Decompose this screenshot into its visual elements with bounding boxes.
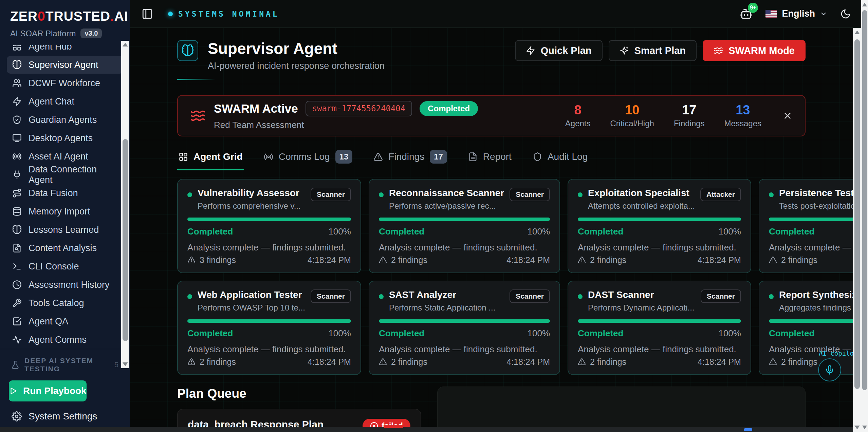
sidebar-item-assessment-history[interactable]: Assessment History <box>7 276 123 294</box>
page-title: Supervisor Agent <box>208 40 385 57</box>
brain-icon <box>12 225 22 234</box>
agent-card-web-application-tester[interactable]: Web Application Tester Performs OWASP To… <box>177 281 361 375</box>
sidebar-item-agent-hub[interactable]: Agent Hub <box>7 45 123 55</box>
sidebar-item-agent-qa[interactable]: Agent QA <box>7 313 123 330</box>
alert-triangle-icon <box>187 358 196 366</box>
agent-role-badge: Scanner <box>311 188 351 201</box>
ai-copilot-mic-button[interactable] <box>818 358 841 381</box>
tab-label: Agent Grid <box>193 151 243 162</box>
sidebar-section-deep-ai-testing[interactable]: DEEP AI SYSTEM TESTING 5 <box>0 349 130 375</box>
cutoff-blue-element <box>744 428 752 431</box>
sidebar-item-content-analysis[interactable]: Content Analysis <box>7 239 123 257</box>
sidebar-bottom: DEEP AI SYSTEM TESTING 5 Run Playbook Sy… <box>0 349 130 432</box>
page-scrollbar[interactable] <box>861 0 868 432</box>
sidebar-scrollbar[interactable] <box>121 41 129 368</box>
agent-progress-bar <box>187 218 351 221</box>
sidebar-item-lessons-learned[interactable]: Lessons Learned <box>7 221 123 239</box>
agent-card-persistence-tester[interactable]: Persistence Tester Tests post-exploitati… <box>759 179 868 273</box>
sidebar-item-data-connection-agent[interactable]: Data Connection Agent <box>7 166 123 184</box>
tab-label: Audit Log <box>548 151 588 162</box>
run-playbook-button[interactable]: Run Playbook <box>9 380 87 401</box>
mic-icon <box>825 365 835 375</box>
tab-report[interactable]: Report <box>467 145 513 170</box>
sidebar-item-desktop-agents[interactable]: Desktop Agents <box>7 129 123 147</box>
sidebar-item-label: Supervisor Agent <box>29 60 98 70</box>
sidebar-item-agent-comms[interactable]: Agent Comms <box>7 331 123 349</box>
agent-time: 4:18:24 PM <box>698 357 741 367</box>
notifications-button[interactable]: 9+ <box>740 7 753 20</box>
horizontal-scrollbar[interactable] <box>0 427 861 432</box>
sparkles-icon <box>620 46 629 55</box>
agent-time: 4:18:24 PM <box>506 357 550 367</box>
agent-progress-bar <box>379 218 550 221</box>
check-square-icon <box>12 317 22 326</box>
swarm-stat-findings: 17 Findings <box>674 103 705 128</box>
sidebar-item-dcwf-workforce[interactable]: DCWF Workforce <box>7 74 123 92</box>
cutoff-red-element <box>384 425 403 428</box>
agent-findings: 2 findings <box>200 357 236 367</box>
alert-triangle-icon <box>379 358 387 366</box>
sidebar-item-label: Agent Hub <box>29 45 72 52</box>
page-scrollbar-thumb[interactable] <box>862 10 867 390</box>
agent-description: Performs active/passive rec... <box>389 201 504 211</box>
agent-status-dot <box>379 192 384 197</box>
sidebar-item-data-fusion[interactable]: Data Fusion <box>7 184 123 202</box>
content-area: Supervisor Agent AI-powered incident res… <box>130 28 868 432</box>
agent-time: 4:18:24 PM <box>698 255 741 265</box>
agent-status-dot <box>769 192 774 197</box>
agent-card-sast-analyzer[interactable]: SAST Analyzer Performs Static Applicatio… <box>369 281 560 375</box>
sidebar-item-system-settings[interactable]: System Settings <box>0 405 130 429</box>
agent-name: Web Application Tester <box>198 289 305 300</box>
sidebar-item-tools-catalog[interactable]: Tools Catalog <box>7 294 123 312</box>
agent-progress-percent: 100% <box>328 328 351 339</box>
tab-comms-log[interactable]: Comms Log 13 <box>262 145 354 170</box>
agent-role-badge: Attacker <box>700 188 741 201</box>
sidebar-item-label: Content Analysis <box>29 243 97 253</box>
sidebar-toggle-icon[interactable] <box>142 8 153 20</box>
swarm-status-badge: Completed <box>420 101 478 116</box>
notification-badge: 9+ <box>748 3 758 13</box>
brand-wordmark: ZER0TRUSTED.AI <box>10 9 120 24</box>
language-selector[interactable]: English <box>765 8 827 19</box>
sidebar-scrollbar-thumb[interactable] <box>123 139 128 341</box>
sidebar-item-cli-console[interactable]: CLI Console <box>7 258 123 275</box>
sidebar-item-asset-ai-agent[interactable]: Asset AI Agent <box>7 148 123 165</box>
tab-findings[interactable]: Findings 17 <box>372 145 448 170</box>
sidebar-item-agent-chat[interactable]: Agent Chat <box>7 93 123 110</box>
agent-progress-percent: 100% <box>718 226 741 237</box>
agent-message: Analysis complete — findings submitted. <box>187 242 351 253</box>
agent-card-vulnerability-assessor[interactable]: Vulnerability Assessor Performs comprehe… <box>177 179 361 273</box>
agent-card-dast-scanner[interactable]: DAST Scanner Performs Dynamic Applicati.… <box>568 281 751 375</box>
agent-status-dot <box>769 294 774 299</box>
sidebar-item-memory-import[interactable]: Memory Import <box>7 203 123 220</box>
agent-card-exploitation-specialist[interactable]: Exploitation Specialist Attempts control… <box>568 179 751 273</box>
content-scrollbar[interactable] <box>853 28 861 432</box>
alert-triangle-icon <box>373 152 383 162</box>
sidebar-item-label: Data Fusion <box>29 188 78 199</box>
close-icon[interactable] <box>782 111 793 121</box>
tab-agent-grid[interactable]: Agent Grid <box>177 145 244 170</box>
agent-findings: 2 findings <box>781 357 817 367</box>
sidebar-item-label: Assessment History <box>29 280 110 290</box>
content-scrollbar-thumb[interactable] <box>854 39 860 389</box>
tab-label: Findings <box>388 151 424 162</box>
agent-card-report-synthesizer[interactable]: Report Synthesizer Aggregates findings i… <box>759 281 868 375</box>
dark-mode-toggle-icon[interactable] <box>840 8 851 19</box>
swarm-mode-button[interactable]: SWARM Mode <box>703 40 806 61</box>
agent-progress-bar <box>578 319 741 323</box>
swarm-stat-messages: 13 Messages <box>724 103 761 128</box>
plan-queue-title: Plan Queue <box>177 387 421 401</box>
waves-icon <box>714 46 723 55</box>
sidebar-item-supervisor-agent[interactable]: Supervisor Agent <box>7 56 123 74</box>
sidebar-item-guardian-agents[interactable]: Guardian Agents <box>7 111 123 129</box>
swarm-active-banner: SWARM Active swarm-1774556240404 Complet… <box>177 95 806 136</box>
tab-audit-log[interactable]: Audit Log <box>531 145 589 170</box>
agent-status-dot <box>578 192 583 197</box>
agent-name: SAST Analyzer <box>389 289 504 300</box>
smart-plan-button[interactable]: Smart Plan <box>609 40 697 61</box>
agent-card-reconnaissance-scanner[interactable]: Reconnaissance Scanner Performs active/p… <box>369 179 560 273</box>
agent-role-badge: Scanner <box>510 289 550 303</box>
agent-status-dot <box>187 192 192 197</box>
agent-findings: 3 findings <box>200 255 236 265</box>
quick-plan-button[interactable]: Quick Plan <box>515 40 603 61</box>
